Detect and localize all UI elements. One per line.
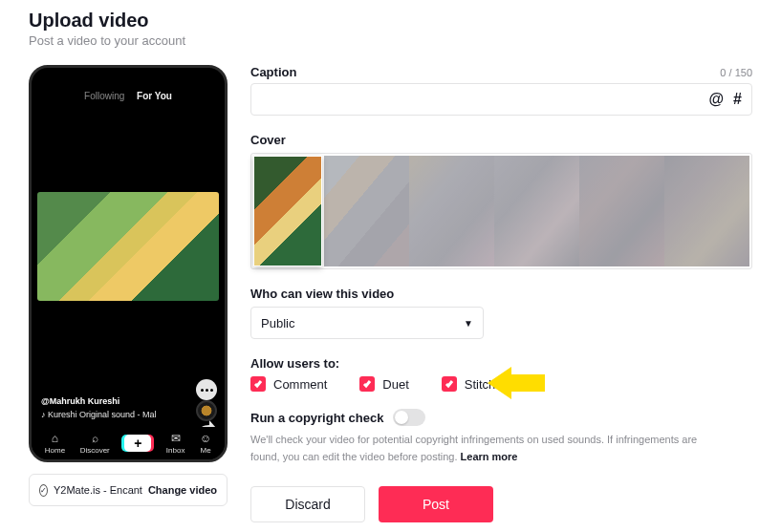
nav-me-icon[interactable]: ☺Me (200, 432, 211, 455)
nav-inbox-icon[interactable]: ✉Inbox (166, 432, 185, 455)
change-video-link[interactable]: Change video (148, 484, 217, 496)
phone-preview: Following For You @Mahrukh Kureshi Kures… (29, 65, 228, 462)
nav-home-icon[interactable]: ⌂Home (45, 432, 65, 455)
highlight-arrow-icon (488, 367, 545, 399)
copyright-toggle[interactable] (393, 409, 425, 426)
cover-frame[interactable] (664, 156, 749, 266)
cover-frame[interactable] (494, 156, 579, 266)
cover-selected-frame[interactable] (253, 156, 322, 266)
phone-tab-following[interactable]: Following (84, 91, 124, 101)
phone-video-preview (37, 192, 219, 301)
phone-sound-name: Kureshi Original sound - Mal (41, 409, 184, 422)
copyright-label: Run a copyright check (250, 411, 383, 425)
check-circle-icon: ✓ (39, 484, 48, 497)
caption-label: Caption (250, 65, 296, 79)
hashtag-icon[interactable]: # (733, 91, 742, 108)
nav-create-icon[interactable]: + (124, 435, 151, 452)
cover-label: Cover (250, 133, 752, 147)
privacy-selected: Public (261, 316, 294, 330)
caption-counter: 0 / 150 (720, 67, 752, 78)
caption-input[interactable] (261, 93, 699, 107)
privacy-select[interactable]: Public ▼ (250, 307, 484, 339)
nav-discover-icon[interactable]: ⌕Discover (80, 432, 110, 455)
page-subtitle: Post a video to your account (29, 33, 752, 48)
learn-more-link[interactable]: Learn more (461, 451, 518, 462)
checkbox-duet[interactable]: Duet (359, 376, 408, 392)
cover-frame[interactable] (324, 156, 409, 266)
file-bar: ✓ Y2Mate.is - Encanto bu... Change video (29, 474, 228, 506)
cover-selector[interactable] (250, 153, 752, 269)
uploaded-filename: Y2Mate.is - Encanto bu... (54, 484, 142, 496)
phone-tab-for-you[interactable]: For You (137, 91, 172, 101)
phone-user-handle: @Mahrukh Kureshi (41, 395, 184, 409)
page-title: Upload video (29, 10, 752, 32)
post-button[interactable]: Post (379, 486, 493, 522)
chevron-down-icon: ▼ (464, 318, 473, 329)
cover-frame[interactable] (579, 156, 664, 266)
discard-button[interactable]: Discard (250, 486, 365, 522)
caption-box: @ # (250, 83, 752, 116)
mention-icon[interactable]: @ (708, 91, 724, 108)
comment-icon[interactable] (196, 379, 217, 400)
cover-frame[interactable] (409, 156, 494, 266)
copyright-desc: We'll check your video for potential cop… (250, 432, 728, 465)
privacy-label: Who can view this video (250, 287, 752, 301)
sound-disc-icon[interactable] (196, 400, 217, 421)
checkbox-comment[interactable]: Comment (250, 376, 327, 392)
